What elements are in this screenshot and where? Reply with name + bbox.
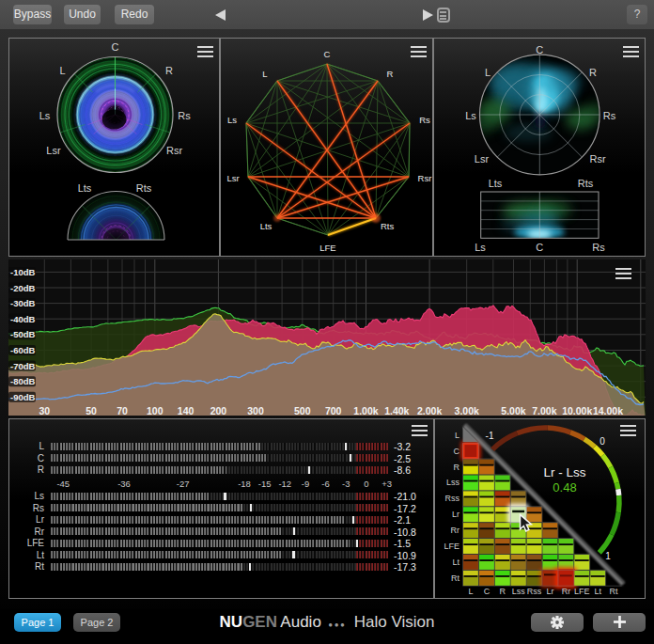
svg-text:L: L <box>262 69 267 79</box>
svg-text:-80dB: -80dB <box>10 376 36 386</box>
svg-text:300: 300 <box>247 405 264 416</box>
svg-text:-20dB: -20dB <box>10 283 36 293</box>
svg-text:Rsr: Rsr <box>418 173 432 183</box>
svg-text:C: C <box>536 242 543 253</box>
svg-text:3.00k: 3.00k <box>455 405 479 416</box>
svg-text:Lts: Lts <box>78 182 92 194</box>
svg-text:Lr - Lss: Lr - Lss <box>543 465 585 479</box>
svg-text:Lsr: Lsr <box>475 153 490 165</box>
svg-text:1: 1 <box>605 551 611 561</box>
svg-text:Lss: Lss <box>446 478 460 487</box>
svg-text:Lsr: Lsr <box>46 145 61 156</box>
svg-text:R: R <box>165 65 173 76</box>
svg-text:Lts: Lts <box>260 221 272 231</box>
svg-text:L: L <box>468 587 473 596</box>
svg-text:1.40k: 1.40k <box>384 405 409 416</box>
svg-text:Lsr: Lsr <box>226 173 239 183</box>
svg-text:Lts: Lts <box>489 178 503 189</box>
svg-text:30: 30 <box>39 405 50 416</box>
svg-text:200: 200 <box>210 405 227 416</box>
svg-text:14.00k: 14.00k <box>593 405 623 416</box>
svg-text:Rs: Rs <box>419 115 430 125</box>
svg-text:-40dB: -40dB <box>10 314 36 324</box>
svg-text:Rs: Rs <box>603 110 616 121</box>
svg-text:Rss: Rss <box>445 494 460 503</box>
svg-text:LFE: LFE <box>444 542 459 551</box>
svg-text:Ls: Ls <box>227 115 237 125</box>
svg-text:C: C <box>484 587 490 596</box>
svg-text:Ls: Ls <box>465 110 476 121</box>
svg-text:C: C <box>324 49 331 59</box>
svg-text:-1: -1 <box>486 431 494 441</box>
svg-text:Rsr: Rsr <box>589 153 605 165</box>
svg-text:Rss: Rss <box>527 587 542 596</box>
svg-text:C: C <box>536 44 543 55</box>
svg-text:Rsr: Rsr <box>166 145 182 156</box>
svg-text:Lt: Lt <box>594 587 601 596</box>
svg-text:L: L <box>485 67 490 78</box>
svg-text:Rr: Rr <box>562 587 571 596</box>
svg-text:Lr: Lr <box>546 587 553 596</box>
svg-text:7.00k: 7.00k <box>532 405 556 416</box>
svg-text:Lt: Lt <box>452 558 459 567</box>
svg-text:Rts: Rts <box>578 178 594 189</box>
svg-text:L: L <box>59 65 65 76</box>
svg-text:R: R <box>589 67 597 78</box>
svg-text:Rt: Rt <box>451 573 459 583</box>
svg-text:-90dB: -90dB <box>10 392 36 402</box>
svg-text:1.00k: 1.00k <box>353 405 378 416</box>
svg-text:Rs: Rs <box>592 242 605 253</box>
svg-text:Lr: Lr <box>452 510 459 519</box>
svg-text:R: R <box>387 69 394 79</box>
svg-text:R: R <box>500 587 506 596</box>
svg-text:-60dB: -60dB <box>10 345 36 355</box>
svg-text:Ls: Ls <box>475 242 486 253</box>
svg-text:LFE: LFE <box>574 587 590 596</box>
svg-text:Rr: Rr <box>451 526 460 535</box>
svg-text:700: 700 <box>325 405 342 416</box>
svg-text:500: 500 <box>294 405 311 416</box>
svg-text:-50dB: -50dB <box>10 329 36 339</box>
svg-text:5.00k: 5.00k <box>501 405 525 416</box>
svg-text:0: 0 <box>600 436 605 447</box>
svg-text:Rts: Rts <box>136 182 152 194</box>
svg-text:R: R <box>454 463 460 472</box>
svg-text:C: C <box>112 41 119 53</box>
svg-text:2.00k: 2.00k <box>417 405 442 416</box>
svg-text:Lss: Lss <box>512 587 526 596</box>
svg-text:Rs: Rs <box>178 110 191 121</box>
svg-text:100: 100 <box>147 405 164 416</box>
svg-text:10.00k: 10.00k <box>562 405 592 416</box>
svg-text:-10dB: -10dB <box>10 267 36 277</box>
svg-text:C: C <box>454 447 460 456</box>
svg-text:-30dB: -30dB <box>10 298 36 308</box>
svg-text:70: 70 <box>117 405 128 416</box>
svg-text:L: L <box>455 431 459 440</box>
svg-text:140: 140 <box>178 405 195 416</box>
svg-text:-70dB: -70dB <box>10 361 36 371</box>
svg-text:Ls: Ls <box>39 110 51 121</box>
svg-text:0.48: 0.48 <box>553 480 576 495</box>
svg-text:Rt: Rt <box>610 587 618 596</box>
svg-text:LFE: LFE <box>319 243 335 253</box>
svg-text:Rts: Rts <box>381 221 395 231</box>
svg-text:50: 50 <box>86 405 97 416</box>
